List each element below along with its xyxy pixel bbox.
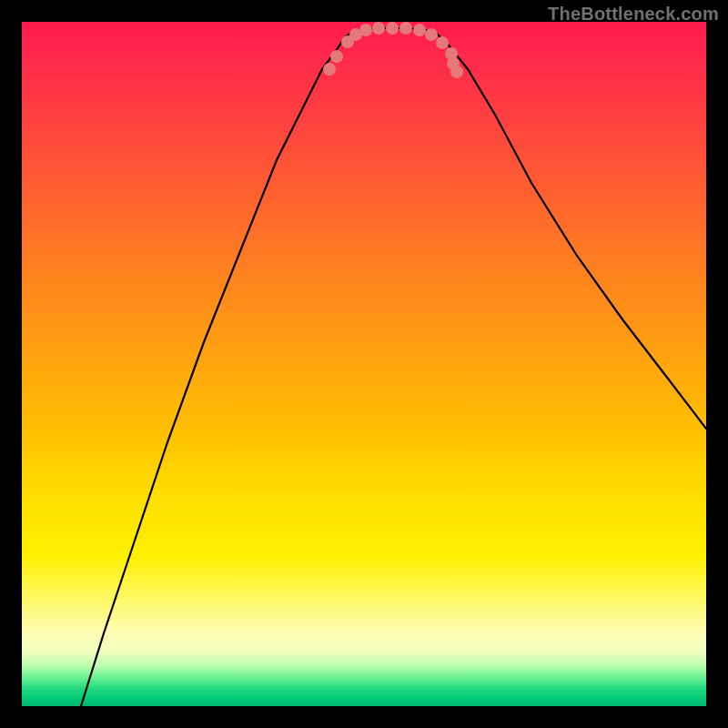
plot-area (22, 22, 706, 706)
marker-dot (372, 22, 385, 35)
marker-dot (330, 50, 343, 63)
curve-svg (22, 22, 706, 706)
marker-dot (436, 36, 449, 49)
marker-dot (359, 24, 372, 36)
marker-dot (450, 66, 463, 78)
bottleneck-curve (81, 28, 706, 706)
marker-dot (386, 22, 399, 35)
watermark-text: TheBottleneck.com (548, 4, 719, 25)
curve-markers (323, 22, 463, 78)
marker-dot (413, 24, 426, 36)
chart-frame: TheBottleneck.com (0, 0, 728, 728)
marker-dot (323, 63, 336, 76)
marker-dot (399, 22, 412, 35)
marker-dot (425, 28, 438, 41)
